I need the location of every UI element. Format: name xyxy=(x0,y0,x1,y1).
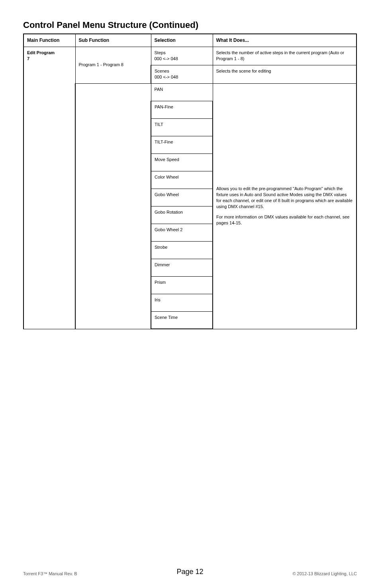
selection-cell: Dimmer xyxy=(151,259,213,276)
header-sub-function: Sub Function xyxy=(75,34,151,47)
selection-cell: Iris xyxy=(151,294,213,311)
desc-cell: Selects the scene for editing xyxy=(213,65,356,83)
header-what-it-does: What It Does... xyxy=(213,34,356,47)
selection-cell: Scene Time xyxy=(151,311,213,329)
main-function-number: 7 xyxy=(27,56,29,61)
selection-cell: Steps 000 <-> 048 xyxy=(151,47,213,65)
selection-cell: Move Speed xyxy=(151,153,213,171)
page-title: Control Panel Menu Structure (Continued) xyxy=(23,20,357,30)
selection-line1: Steps xyxy=(155,50,166,55)
selection-cell: Scenes 000 <-> 048 xyxy=(151,65,213,83)
selection-cell: Prism xyxy=(151,276,213,294)
selection-cell: Gobo Rotation xyxy=(151,206,213,224)
big-desc-p2: For more information on DMX values avail… xyxy=(216,214,353,226)
big-desc-cell: Allows you to edit the pre-programmed "A… xyxy=(213,83,356,329)
selection-cell: Strobe xyxy=(151,241,213,259)
header-main-function: Main Function xyxy=(24,34,75,47)
selection-cell: Gobo Wheel xyxy=(151,189,213,206)
menu-table: Main Function Sub Function Selection Wha… xyxy=(23,33,357,329)
footer-left: Torrent F3™ Manual Rev. B xyxy=(23,571,77,576)
footer-right: © 2012-13 Blizzard Lighting, LLC xyxy=(292,571,357,576)
selection-cell: PAN-Fine xyxy=(151,101,213,118)
main-function-label: Edit Program xyxy=(27,50,55,55)
selection-cell: Gobo Wheel 2 xyxy=(151,224,213,241)
selection-line1: Scenes xyxy=(155,69,169,73)
selection-line2: 000 <-> 048 xyxy=(155,75,178,79)
big-desc-p1: Allows you to edit the pre-programmed "A… xyxy=(216,186,353,209)
selection-cell: Color Wheel xyxy=(151,171,213,189)
main-function-cell: Edit Program 7 xyxy=(24,47,75,329)
sub-function-cell: Program 1 - Program 8 xyxy=(75,47,151,83)
desc-cell: Selects the number of active steps in th… xyxy=(213,47,356,65)
selection-line2: 000 <-> 048 xyxy=(155,56,178,61)
header-selection: Selection xyxy=(151,34,213,47)
selection-cell: TILT-Fine xyxy=(151,136,213,153)
sub-function-empty xyxy=(75,83,151,329)
selection-cell: TILT xyxy=(151,118,213,136)
selection-cell: PAN xyxy=(151,83,213,101)
